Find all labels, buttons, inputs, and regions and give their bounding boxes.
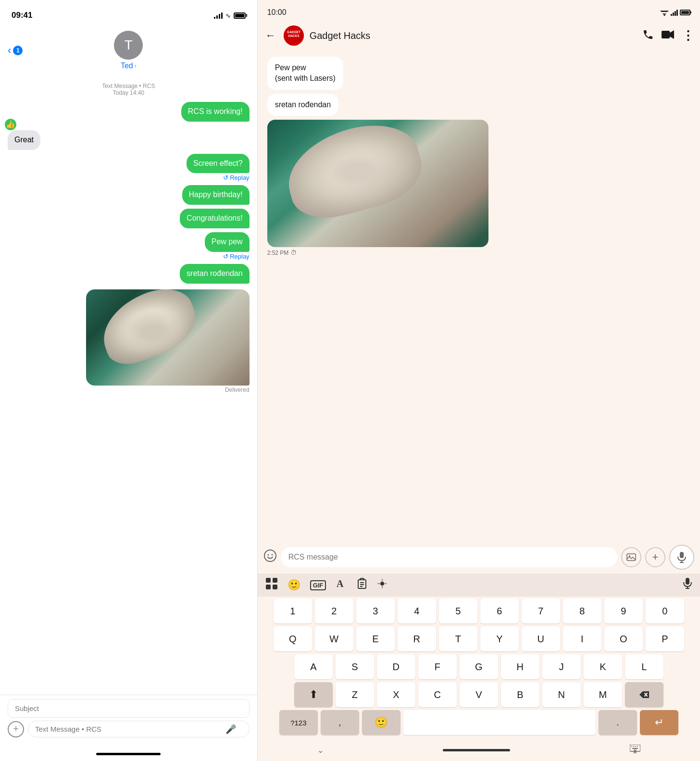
key-r[interactable]: R [398,626,436,651]
ios-timestamp-header: Text Message • RCSToday 14:40 [8,83,250,96]
keyboard-clipboard-icon[interactable] [357,578,367,592]
key-8[interactable]: 8 [563,599,601,624]
svg-rect-18 [273,578,277,583]
key-t[interactable]: T [439,626,477,651]
android-more-icon[interactable]: ⋮ [682,29,694,42]
svg-rect-20 [273,585,277,589]
ios-replay-link-2[interactable]: ↺ Replay [223,253,249,260]
key-num-switch[interactable]: ?123 [279,710,318,735]
key-period[interactable]: . [599,710,637,735]
key-x[interactable]: X [377,682,415,707]
ios-contact-name[interactable]: Ted › [121,62,137,70]
key-j[interactable]: J [542,654,581,679]
key-3[interactable]: 3 [356,599,395,624]
key-p[interactable]: P [646,626,684,651]
android-compose-bar: + [258,541,700,574]
key-shift[interactable]: ⬆ [294,682,333,707]
android-phone-icon[interactable] [642,29,654,43]
android-plus-button[interactable]: + [645,547,665,567]
key-s[interactable]: S [336,654,374,679]
android-status-icons [660,9,690,16]
ios-subject-input[interactable] [8,699,250,718]
android-keyboard-icon[interactable]: ▦ [630,745,640,755]
keyboard-gif-button[interactable]: GIF [310,580,326,590]
key-k[interactable]: K [584,654,622,679]
key-b[interactable]: B [501,682,539,707]
key-6[interactable]: 6 [480,599,519,624]
ios-message-row-sent: Happy birthday! [182,185,250,205]
android-video-icon[interactable] [662,30,674,42]
key-q[interactable]: Q [274,626,312,651]
key-comma[interactable]: , [321,710,359,735]
ios-time: 09:41 [12,11,32,20]
key-5[interactable]: 5 [439,599,477,624]
key-e[interactable]: E [356,626,395,651]
android-home-indicator[interactable] [443,749,510,751]
key-z[interactable]: Z [336,682,374,707]
ios-bubble-sent: RCS is working! [181,102,250,122]
key-enter[interactable]: ↵ [640,710,678,735]
ios-message-happy-birthday: Happy birthday! [8,185,250,205]
keyboard-rows: 1 2 3 4 5 6 7 8 9 0 Q W E R T Y U I O P … [258,597,700,742]
android-messages-area: Pew pew(sent with Lasers) sretan rođenda… [258,51,700,541]
key-2[interactable]: 2 [315,599,353,624]
key-g[interactable]: G [460,654,498,679]
keyboard-emoji-icon[interactable]: 🙂 [288,579,300,591]
keyboard-font-icon[interactable]: A [336,578,347,592]
key-m[interactable]: M [584,682,622,707]
key-space[interactable] [403,710,596,735]
key-emoji[interactable]: 🙂 [362,710,400,735]
ios-message-row-sent: sretan rođendan [180,264,250,284]
ios-message-row-sent: Screen effect? [187,154,250,174]
key-w[interactable]: W [315,626,353,651]
ios-image-bubble[interactable] [86,289,250,386]
keyboard-mic-icon[interactable] [683,578,692,592]
key-9[interactable]: 9 [604,599,643,624]
ios-bubble-text: Congratulations! [187,214,243,222]
android-voice-button[interactable] [669,545,694,570]
android-bubble-sretan: sretan rođendan [267,94,339,116]
key-delete[interactable] [625,682,663,707]
key-y[interactable]: Y [480,626,519,651]
keyboard-toolbar-actions: 🙂 GIF A [265,577,388,593]
key-a[interactable]: A [294,654,333,679]
ios-back-button[interactable]: ‹ 1 [8,44,23,57]
keyboard-settings-icon[interactable] [377,578,388,592]
key-o[interactable]: O [604,626,643,651]
ios-message-screen-effect: Screen effect? ↺ Replay [8,154,250,182]
key-n[interactable]: N [542,682,581,707]
key-4[interactable]: 4 [398,599,436,624]
key-v[interactable]: V [460,682,498,707]
ios-message-input[interactable] [28,721,250,737]
ios-plus-button[interactable]: + [8,721,24,737]
ios-avatar[interactable]: T [114,31,143,60]
key-h[interactable]: H [501,654,539,679]
android-back-button[interactable]: ← [263,27,278,44]
key-u[interactable]: U [522,626,560,651]
key-l[interactable]: L [625,654,663,679]
key-f[interactable]: F [418,654,457,679]
key-i[interactable]: I [563,626,601,651]
ios-replay-link[interactable]: ↺ Replay [223,174,249,181]
ios-bubble-text: Great [14,136,34,144]
android-status-bar: 10:00 [258,0,700,20]
android-image-bubble[interactable] [267,120,488,247]
key-7[interactable]: 7 [522,599,560,624]
key-0[interactable]: 0 [646,599,684,624]
ios-stingray-image [86,289,250,386]
ios-home-indicator [96,753,161,755]
svg-text:GADGET: GADGET [287,30,300,34]
android-emoji-compose-icon[interactable] [263,549,277,565]
key-1[interactable]: 1 [274,599,312,624]
android-message-input[interactable] [281,547,617,567]
keyboard-bottom-row: ?123 , 🙂 . ↵ [261,710,697,735]
android-image-attach-button[interactable] [621,547,641,567]
android-bubble-text: sretan rođendan [275,100,331,109]
keyboard-zxcv-row: ⬆ Z X C V B N M [261,682,697,707]
keyboard-apps-icon[interactable] [265,577,278,593]
key-c[interactable]: C [418,682,457,707]
ios-mic-icon[interactable]: 🎤 [225,724,236,735]
key-d[interactable]: D [377,654,415,679]
ios-compose-area: + 🎤 [0,695,257,749]
ios-message-row-received: 👍 Great [8,125,250,150]
